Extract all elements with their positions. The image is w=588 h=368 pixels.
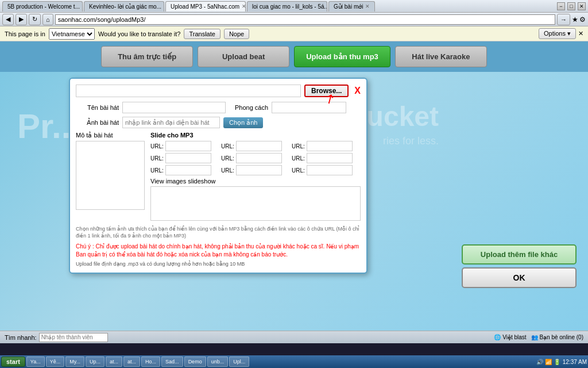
taskbar-item-2[interactable]: Yê... <box>46 356 65 367</box>
song-name-input[interactable] <box>122 102 226 113</box>
warning-text: Chú ý : Chỉ được upload bài hát do chính… <box>76 243 361 259</box>
url-label-1: URL: <box>150 143 164 150</box>
url-label-9: URL: <box>292 167 305 174</box>
url-input-6[interactable] <box>307 153 353 163</box>
file-input[interactable] <box>76 85 301 97</box>
slideshow-label: View images slideshow <box>150 178 361 185</box>
system-icons: 🔊 📶 🔋 <box>536 359 560 365</box>
file-note: Upload file định dạng .mp3 và có dung lư… <box>76 261 361 267</box>
search-label: Tìm nhanh: <box>5 334 37 341</box>
close-button[interactable]: ✕ <box>578 2 586 10</box>
language-select[interactable]: Vietnamese <box>49 28 95 40</box>
url-input-1[interactable] <box>165 141 211 151</box>
url-input-5[interactable] <box>236 153 282 163</box>
style-label: Phong cách <box>235 104 268 111</box>
content-wrapper: Thu âm trực tiếp Upload beat Upload bản … <box>0 41 588 343</box>
top-buttons-row: Thu âm trực tiếp Upload beat Upload bản … <box>0 41 588 72</box>
go-button[interactable]: → <box>557 14 570 25</box>
taskbar-item-9[interactable]: Demo <box>184 356 206 367</box>
tab-bar: 5B production - Welcome t... ✕ Kevinhleo… <box>2 1 375 12</box>
tab-close-2[interactable]: ✕ <box>164 3 164 9</box>
tab-3[interactable]: Upload MP3 - 5aNhac.com ✕ <box>165 1 246 12</box>
minimize-button[interactable]: − <box>557 2 565 10</box>
title-bar: 5B production - Welcome t... ✕ Kevinhleo… <box>0 0 588 13</box>
nav-bar: ◀ ▶ ↻ ⌂ → ★ ⚙ <box>0 13 588 26</box>
modal-close-button[interactable]: X <box>354 86 361 96</box>
star-icon[interactable]: ★ <box>572 16 578 24</box>
desc-col: Mô tả bài hát <box>76 132 145 223</box>
url-label-2: URL: <box>221 143 234 150</box>
bg-subtext: ries for less. <box>383 135 439 147</box>
taskbar: start Ya... Yê... My... Up... at... at..… <box>0 355 588 368</box>
ok-button[interactable]: OK <box>462 267 577 288</box>
thu-am-button[interactable]: Thu âm trực tiếp <box>101 46 193 67</box>
desc-textarea[interactable] <box>76 141 145 210</box>
photo-input[interactable] <box>122 117 220 128</box>
photo-label: Ảnh bài hát <box>76 119 119 126</box>
taskbar-item-5[interactable]: at... <box>106 356 122 367</box>
clock: 12:37 AM <box>563 359 587 365</box>
upload-beat-button[interactable]: Upload beat <box>198 46 289 67</box>
close-translate-icon[interactable]: ✕ <box>578 30 583 37</box>
back-button[interactable]: ◀ <box>2 14 14 25</box>
taskbar-right: 🔊 📶 🔋 12:37 AM <box>536 359 587 365</box>
tab-close-5[interactable]: ✕ <box>365 3 370 9</box>
choose-photo-button[interactable]: Chọn ảnh <box>223 117 263 128</box>
file-browse-row: Browse... X <box>76 85 361 97</box>
translate-button[interactable]: Translate <box>184 29 220 39</box>
tab-1[interactable]: 5B production - Welcome t... ✕ <box>2 1 83 12</box>
song-name-label: Tên bài hát <box>76 104 119 111</box>
upload-mp3-button[interactable]: Upload bản thu mp3 <box>294 46 390 67</box>
url-input-9[interactable] <box>307 165 353 175</box>
options-area: Options ▾ ✕ <box>539 28 583 39</box>
taskbar-item-6[interactable]: at... <box>123 356 140 367</box>
tab-close-3[interactable]: ✕ <box>242 3 246 9</box>
url-row-6: URL: <box>292 153 361 163</box>
tools-icon[interactable]: ⚙ <box>579 16 586 24</box>
url-input-2[interactable] <box>236 141 282 151</box>
taskbar-item-1[interactable]: Ya... <box>26 356 45 367</box>
taskbar-item-11[interactable]: Upl... <box>229 356 249 367</box>
translate-text: This page is in <box>5 30 45 37</box>
hint-text: Chọn những tấm ảnh ưa thích của bạn để h… <box>76 226 361 239</box>
tab-2[interactable]: Kevinhleo- lời của giác mo... ✕ <box>84 1 164 12</box>
url-input-4[interactable] <box>165 153 211 163</box>
url-label-5: URL: <box>221 155 234 162</box>
taskbar-item-3[interactable]: My... <box>65 356 84 367</box>
url-label-7: URL: <box>150 167 164 174</box>
taskbar-item-4[interactable]: Up... <box>86 356 105 367</box>
viet-blast: 🌐 Việt blast <box>494 334 526 340</box>
nav-icons: ★ ⚙ <box>572 16 586 24</box>
address-bar[interactable] <box>55 14 555 25</box>
main-area: Pr... ucket ries for less. Upload thêm f… <box>0 72 588 331</box>
bg-text-bucket: ucket <box>367 101 439 132</box>
search-input[interactable] <box>39 333 108 342</box>
url-input-8[interactable] <box>236 165 282 175</box>
translate-question: Would you like to translate it? <box>98 30 180 37</box>
url-input-7[interactable] <box>165 165 211 175</box>
start-button[interactable]: start <box>1 356 25 367</box>
url-label-4: URL: <box>150 155 164 162</box>
taskbar-item-8[interactable]: Sad... <box>161 356 183 367</box>
refresh-button[interactable]: ↻ <box>29 14 41 25</box>
tab-4[interactable]: loi cua giac mo - lil_kols - 5á... ✕ <box>247 1 327 12</box>
bottom-bar: Tìm nhanh: 🌐 Việt blast 👥 Bạn bè online … <box>0 331 588 343</box>
home-button[interactable]: ⌂ <box>42 14 53 25</box>
url-input-3[interactable] <box>307 141 353 151</box>
options-button[interactable]: Options ▾ <box>539 28 576 39</box>
photo-row: Ảnh bài hát Chọn ảnh <box>76 117 361 128</box>
maximize-button[interactable]: □ <box>567 2 575 10</box>
url-row-4: URL: <box>150 153 219 163</box>
nope-button[interactable]: Nope <box>224 29 249 39</box>
taskbar-item-10[interactable]: unb... <box>207 356 229 367</box>
upload-extra-button[interactable]: Upload thêm file khác <box>462 244 577 264</box>
taskbar-item-7[interactable]: Ho... <box>141 356 160 367</box>
slide-label: Slide cho MP3 <box>150 132 361 139</box>
slideshow-textarea[interactable] <box>150 186 361 221</box>
url-row-9: URL: <box>292 165 361 175</box>
friends-online: 👥 Bạn bè online (0) <box>531 334 583 340</box>
tab-5[interactable]: Gửi bài mới ✕ <box>328 1 375 12</box>
forward-button[interactable]: ▶ <box>16 14 27 25</box>
hat-live-button[interactable]: Hát live Karaoke <box>395 46 487 67</box>
tab-close-1[interactable]: ✕ <box>82 3 83 9</box>
